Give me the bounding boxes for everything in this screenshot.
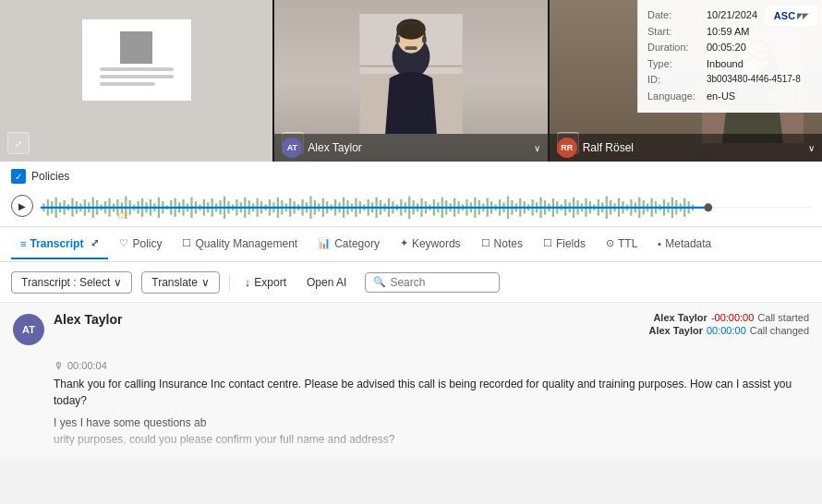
entry-timestamp-1: 🎙 00:00:04 (54, 358, 809, 374)
translate-btn[interactable]: Translate ∨ (141, 271, 220, 294)
waveform-svg (41, 191, 811, 221)
export-btn[interactable]: ↓ Export (239, 271, 292, 293)
id-label: ID: (647, 72, 703, 89)
tab-keywords[interactable]: ✦ Keywords (391, 230, 470, 259)
tab-metadata-label: Metadata (665, 237, 711, 250)
select-chevron-icon: ∨ (114, 276, 122, 289)
language-value: en-US (707, 89, 735, 105)
transcript-text-block: 🎙 00:00:04 Thank you for calling Insuran… (13, 353, 809, 448)
video-area: ⤢ (0, 0, 822, 162)
export-label: Export (254, 276, 286, 289)
transcript-line-1: Thank you for calling Insurance Inc cont… (54, 376, 809, 409)
openai-label: Open AI (307, 276, 346, 289)
toolbar-row: Transcript : Select ∨ Translate ∨ ↓ Expo… (0, 262, 822, 303)
center-chevron-icon[interactable]: ∨ (534, 143, 540, 153)
openai-btn[interactable]: Open AI (301, 272, 352, 293)
transcript-line-3: urity purposes, could you please confirm… (54, 431, 809, 448)
waveform-row: ▶ (11, 189, 811, 222)
waveform-container[interactable]: ⚠ (41, 191, 811, 221)
call-events: Alex Taylor -00:00:00 Call started Alex … (436, 312, 809, 338)
transcript-select-btn[interactable]: Transcript : Select ∨ (11, 271, 132, 294)
tab-keywords-label: Keywords (412, 237, 461, 250)
policies-label: Policies (31, 170, 69, 183)
warning-icon: ⚠ (117, 208, 127, 221)
expand-left-btn[interactable]: ⤢ (7, 132, 30, 154)
ttl-icon: ⊙ (606, 237, 614, 249)
tab-category[interactable]: 📊 Category (308, 230, 389, 259)
metadata-icon: ▪ (658, 238, 661, 249)
tab-policy[interactable]: ♡ Policy (110, 230, 171, 259)
search-icon: 🔍 (373, 276, 386, 288)
policy-icon: ♡ (119, 237, 128, 249)
language-label: Language: (647, 89, 703, 105)
video-panel-left: ⤢ (0, 0, 274, 162)
speaker-avatar: AT (13, 314, 44, 345)
timeline-section: ✓ Policies ▶ (0, 162, 822, 227)
translate-label: Translate (151, 276, 198, 289)
keywords-icon: ✦ (400, 237, 408, 249)
tab-transcript[interactable]: ≡ Transcript ⤢ (11, 230, 108, 259)
person-center-silhouette (356, 14, 466, 134)
center-participant-name: Alex Taylor (308, 141, 361, 154)
date-label: Date: (647, 7, 703, 24)
tab-notes[interactable]: ☐ Notes (472, 230, 532, 259)
category-icon: 📊 (318, 237, 331, 249)
event1-label: Call started (757, 312, 809, 323)
search-box[interactable]: 🔍 (365, 272, 500, 293)
svg-point-181 (704, 203, 712, 211)
toolbar-separator (229, 274, 230, 291)
export-download-icon: ↓ (245, 275, 251, 289)
start-label: Start: (647, 24, 703, 41)
right-chevron-icon[interactable]: ∨ (808, 143, 815, 153)
type-value: Inbound (707, 56, 743, 73)
tab-fields[interactable]: ☐ Fields (534, 230, 595, 259)
tab-policy-label: Policy (132, 237, 162, 250)
right-avatar: RR (557, 138, 577, 158)
asc-logo: ASC ◤◤ (766, 6, 816, 26)
transcript-area: AT Alex Taylor Alex Taylor -00:00:00 Cal… (0, 303, 822, 457)
call-event-2: Alex Taylor 00:00:00 Call changed (436, 325, 809, 336)
speaker-name: Alex Taylor (54, 312, 427, 327)
transcript-select-label: Transcript : Select (21, 276, 110, 289)
call-event-1: Alex Taylor -00:00:00 Call started (436, 312, 809, 323)
tab-transcript-label: Transcript (30, 237, 83, 250)
tabs-bar: ≡ Transcript ⤢ ♡ Policy ☐ Quality Manage… (0, 227, 822, 262)
transcript-line-2: I yes I have some questions ab (54, 414, 809, 431)
right-participant-name: Ralf Rösel (583, 141, 634, 154)
id-value: 3b003480-4f46-4517-8 (707, 72, 801, 89)
tab-category-label: Category (334, 237, 380, 250)
tab-metadata[interactable]: ▪ Metadata (648, 230, 720, 259)
center-participant-label: AT Alex Taylor ∨ (274, 134, 547, 162)
policies-checkbox[interactable]: ✓ (11, 169, 26, 184)
tab-ttl-label: TTL (618, 237, 637, 250)
tab-fields-label: Fields (556, 237, 586, 250)
date-value: 10/21/2024 (707, 7, 757, 24)
event1-speaker: Alex Taylor (653, 312, 707, 323)
transcript-header-row: AT Alex Taylor Alex Taylor -00:00:00 Cal… (13, 312, 809, 345)
svg-rect-7 (422, 36, 427, 42)
tab-quality-label: Quality Management (195, 237, 297, 250)
translate-chevron-icon: ∨ (201, 276, 210, 289)
search-input[interactable] (390, 276, 491, 289)
play-button[interactable]: ▶ (11, 195, 33, 217)
transcript-expand-icon[interactable]: ⤢ (91, 237, 99, 249)
right-participant-label: RR Ralf Rösel ∨ (550, 134, 822, 162)
tab-ttl[interactable]: ⊙ TTL (597, 230, 647, 259)
mic-icon: 🎙 (54, 358, 64, 374)
quality-icon: ☐ (182, 237, 191, 249)
duration-value: 00:05:20 (707, 40, 746, 56)
event1-time: -00:00:00 (711, 312, 754, 323)
fields-icon: ☐ (543, 237, 552, 249)
video-panel-center: ⤢ AT Alex Taylor ∨ (274, 0, 549, 162)
notes-icon: ☐ (481, 237, 490, 249)
start-value: 10:59 AM (707, 24, 749, 41)
doc-lines (100, 67, 174, 86)
speaker-info: Alex Taylor (54, 312, 427, 327)
tab-notes-label: Notes (494, 237, 523, 250)
event2-label: Call changed (750, 325, 809, 336)
event2-time: 00:00:00 (707, 325, 746, 336)
policies-bar: ✓ Policies (11, 169, 811, 184)
center-avatar: AT (282, 138, 302, 158)
type-label: Type: (647, 56, 703, 73)
tab-quality-management[interactable]: ☐ Quality Management (173, 230, 307, 259)
